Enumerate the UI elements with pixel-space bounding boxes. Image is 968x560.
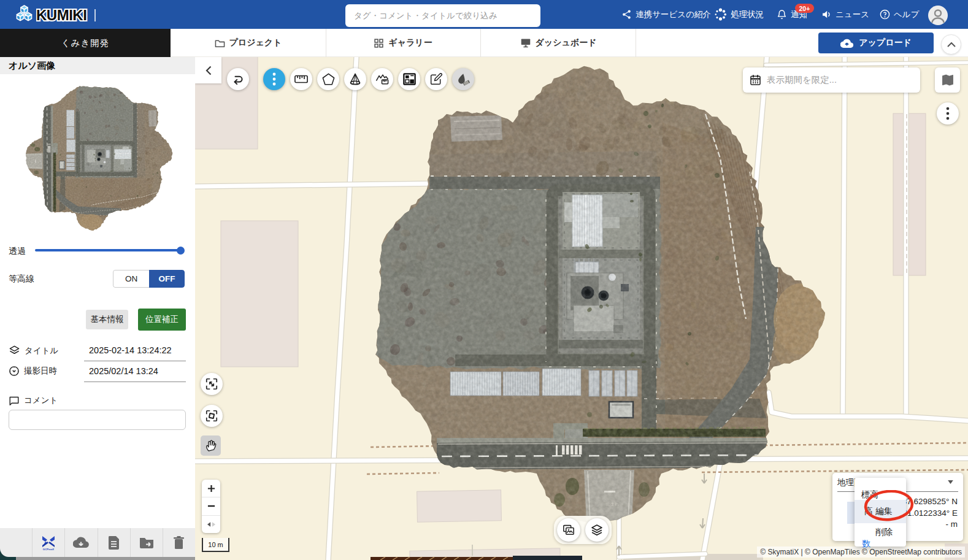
svg-text:KUMIKI: KUMIKI <box>36 7 86 23</box>
svg-text:GCPmaX: GCPmaX <box>43 548 55 551</box>
